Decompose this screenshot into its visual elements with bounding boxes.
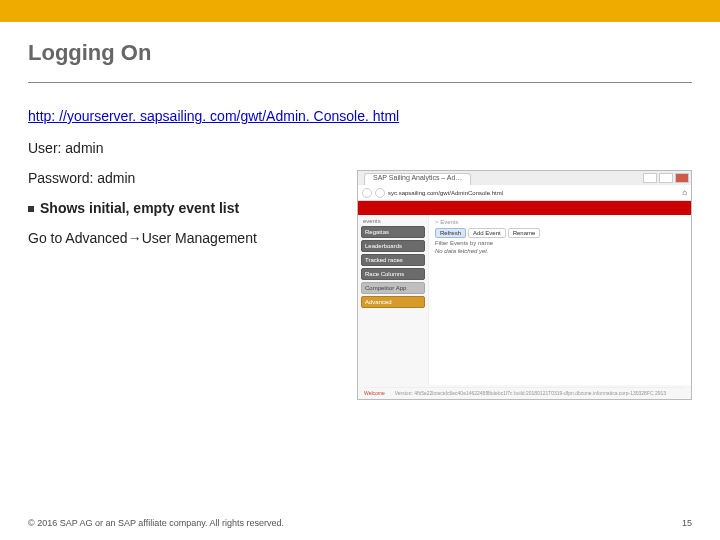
nav-forward-icon[interactable]	[375, 188, 385, 198]
empty-state-text: No data fetched yet.	[435, 248, 685, 254]
refresh-button[interactable]: Refresh	[435, 228, 466, 238]
filter-label: Filter Events by name	[435, 240, 685, 246]
page-number: 15	[682, 518, 692, 528]
bullet-icon	[28, 206, 34, 212]
app-body: events Regattas Leaderboards Tracked rac…	[358, 215, 691, 385]
arrow-right-icon: →	[128, 230, 142, 246]
user-line: User: admin	[28, 140, 692, 156]
server-url-link[interactable]: http: //yourserver. sapsailing. com/gwt/…	[28, 108, 399, 124]
app-ribbon	[358, 201, 691, 215]
sidebar-item-tracked-races[interactable]: Tracked races	[361, 254, 425, 266]
add-event-button[interactable]: Add Event	[468, 228, 506, 238]
page-title: Logging On	[28, 40, 692, 66]
sidebar-item-regattas[interactable]: Regattas	[361, 226, 425, 238]
admin-console-screenshot: SAP Sailing Analytics – Ad… syc.sapsaili…	[357, 170, 692, 400]
sidebar-section-label: events	[361, 218, 425, 224]
rename-button[interactable]: Rename	[508, 228, 541, 238]
close-icon[interactable]	[675, 173, 689, 183]
address-bar: syc.sapsailing.com/gwt/AdminConsole.html…	[358, 185, 691, 201]
version-text: Version: 4fb5e22bcecefc6ec40e1462248f8bd…	[395, 390, 666, 396]
slide-footer: © 2016 SAP AG or an SAP affiliate compan…	[0, 518, 720, 528]
main-panel: > Events Refresh Add Event Rename Filter…	[428, 215, 691, 385]
url-field[interactable]: syc.sapsailing.com/gwt/AdminConsole.html	[388, 190, 679, 196]
breadcrumb: > Events	[435, 219, 685, 225]
sidebar-item-competitor-app[interactable]: Competitor App	[361, 282, 425, 294]
toolbar: Refresh Add Event Rename	[435, 228, 685, 238]
browser-tab[interactable]: SAP Sailing Analytics – Ad…	[364, 173, 471, 185]
sidebar-item-race-columns[interactable]: Race Columns	[361, 268, 425, 280]
window-controls	[643, 173, 691, 183]
status-bar: Welcome Version: 4fb5e22bcecefc6ec40e146…	[364, 387, 685, 396]
window-titlebar: SAP Sailing Analytics – Ad…	[358, 171, 691, 185]
sidebar-item-leaderboards[interactable]: Leaderboards	[361, 240, 425, 252]
brand-bar	[0, 0, 720, 22]
home-icon[interactable]: ⌂	[682, 188, 687, 197]
minimize-icon[interactable]	[643, 173, 657, 183]
divider	[28, 82, 692, 83]
welcome-link[interactable]: Welcome	[364, 390, 385, 396]
sidebar-item-advanced[interactable]: Advanced	[361, 296, 425, 308]
copyright: © 2016 SAP AG or an SAP affiliate compan…	[28, 518, 284, 528]
sidebar: events Regattas Leaderboards Tracked rac…	[358, 215, 428, 385]
maximize-icon[interactable]	[659, 173, 673, 183]
nav-back-icon[interactable]	[362, 188, 372, 198]
